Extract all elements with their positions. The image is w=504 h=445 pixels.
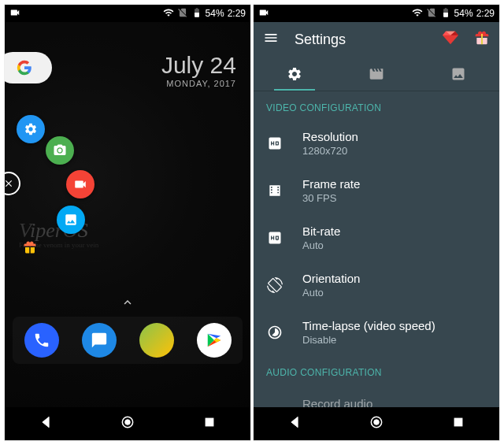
page-title: Settings — [295, 32, 427, 48]
rotation-icon — [266, 276, 284, 294]
dock-browser[interactable] — [139, 323, 174, 358]
filmstrip-icon — [266, 182, 284, 199]
setting-label: Orientation — [302, 272, 360, 285]
date-large: July 24 — [161, 52, 236, 79]
svg-rect-6 — [454, 418, 462, 426]
nav-bar — [254, 407, 499, 440]
image-icon — [64, 213, 78, 227]
dock-play-store[interactable] — [197, 323, 232, 358]
dock-phone[interactable] — [24, 323, 59, 358]
battery-icon — [191, 7, 202, 20]
setting-label: Bit-rate — [302, 224, 340, 238]
section-audio-header: AUDIO CONFIGURATION — [254, 356, 499, 384]
videocam-icon — [258, 7, 269, 20]
nav-recent[interactable] — [202, 414, 217, 433]
wifi-icon — [412, 7, 423, 20]
chevron-up-icon — [120, 295, 135, 310]
home-screen[interactable]: ViperOS Feel the venom in your vein July… — [5, 22, 250, 407]
phone-settings: 54% 2:29 Settings VIDEO CONFIGURATION Re… — [253, 4, 500, 441]
fab-record[interactable] — [66, 170, 94, 198]
gem-icon — [443, 30, 458, 46]
dock — [13, 317, 243, 364]
setting-timelapse[interactable]: Time-lapse (video speed) Disable — [254, 309, 499, 356]
battery-percent: 54% — [206, 8, 224, 19]
hamburger-icon — [263, 30, 279, 46]
status-bar: 54% 2:29 — [254, 5, 499, 22]
date-small: MONDAY, 2017 — [161, 79, 236, 88]
setting-label: Record audio — [302, 397, 372, 408]
setting-value: Auto — [302, 239, 340, 251]
phone-home: 54% 2:29 ViperOS Feel the venom in your … — [4, 4, 251, 441]
battery-icon — [440, 7, 451, 20]
camera-icon — [53, 143, 67, 158]
gift-button[interactable] — [474, 30, 490, 49]
wifi-icon — [163, 7, 174, 20]
svg-point-5 — [374, 420, 380, 425]
clock: 2:29 — [476, 8, 495, 19]
setting-framerate[interactable]: Frame rate 30 FPS — [254, 167, 499, 214]
no-sim-icon — [426, 7, 437, 20]
clock: 2:29 — [228, 8, 246, 19]
nav-home[interactable] — [120, 414, 135, 433]
nav-bar — [5, 407, 250, 440]
app-drawer-handle[interactable] — [120, 295, 135, 313]
setting-value: Auto — [302, 287, 360, 299]
settings-screen: Settings VIDEO CONFIGURATION Resolution … — [254, 22, 499, 407]
setting-resolution[interactable]: Resolution 1280x720 — [254, 120, 499, 167]
svg-rect-2 — [206, 418, 213, 426]
gem-button[interactable] — [443, 30, 458, 49]
phone-icon — [33, 332, 50, 349]
no-sim-icon — [177, 7, 188, 20]
hd-icon — [266, 135, 284, 152]
gear-icon — [287, 66, 302, 82]
image-icon — [450, 66, 466, 82]
date-widget[interactable]: July 24 MONDAY, 2017 — [161, 52, 236, 88]
fab-gift[interactable] — [16, 233, 44, 261]
tab-bar — [254, 57, 499, 91]
google-logo-icon — [16, 59, 33, 76]
gift-icon — [23, 240, 37, 254]
tab-screenshots[interactable] — [417, 57, 499, 91]
google-search-pill[interactable] — [4, 52, 52, 83]
close-icon — [4, 178, 14, 189]
gear-icon — [24, 122, 38, 136]
setting-value: 30 FPS — [302, 192, 360, 204]
play-store-icon — [206, 332, 223, 349]
movie-icon — [369, 66, 384, 82]
setting-label: Resolution — [302, 130, 358, 143]
nav-back[interactable] — [287, 414, 302, 433]
fab-camera[interactable] — [46, 136, 74, 165]
setting-value: 1280x720 — [302, 145, 358, 157]
chat-icon — [91, 332, 108, 349]
videocam-icon — [73, 177, 87, 191]
setting-bitrate[interactable]: Bit-rate Auto — [254, 214, 499, 261]
status-bar: 54% 2:29 — [5, 5, 250, 22]
hq-icon — [266, 229, 284, 247]
svg-rect-3 — [481, 34, 483, 44]
timelapse-icon — [266, 324, 284, 341]
tab-videos[interactable] — [335, 57, 417, 91]
setting-label: Time-lapse (video speed) — [302, 319, 435, 332]
toolbar: Settings — [254, 22, 499, 57]
dock-messages[interactable] — [82, 323, 117, 358]
videocam-icon — [9, 7, 20, 20]
menu-button[interactable] — [263, 30, 279, 49]
fab-gallery[interactable] — [57, 206, 85, 234]
nav-home[interactable] — [369, 414, 384, 433]
svg-point-1 — [125, 420, 131, 425]
setting-value: Disable — [302, 334, 435, 346]
section-video-header: VIDEO CONFIGURATION — [254, 91, 499, 120]
nav-back[interactable] — [38, 414, 54, 433]
tab-settings[interactable] — [254, 57, 335, 91]
fab-settings[interactable] — [17, 115, 45, 143]
setting-label: Frame rate — [302, 177, 360, 191]
setting-orientation[interactable]: Orientation Auto — [254, 261, 499, 309]
nav-recent[interactable] — [450, 414, 466, 433]
setting-record-audio[interactable]: Record audio — [254, 384, 499, 407]
battery-percent: 54% — [454, 8, 473, 19]
gift-icon — [474, 30, 490, 46]
